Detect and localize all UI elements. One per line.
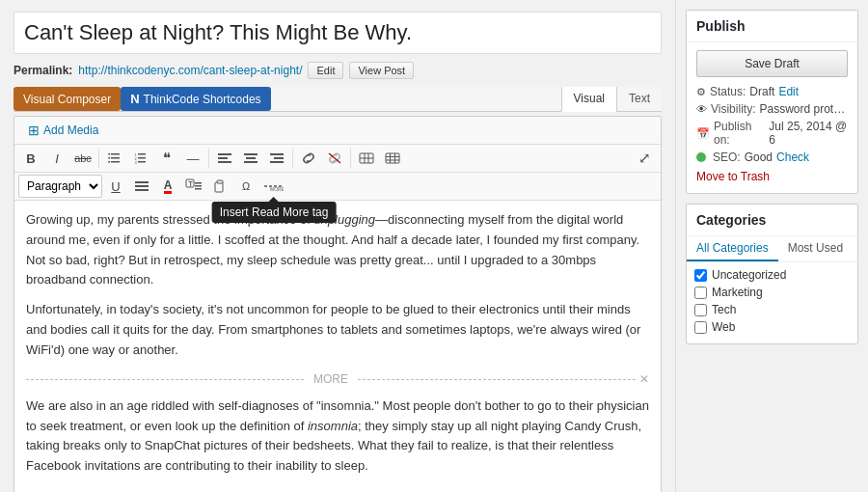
post-title-box: Can't Sleep at Night? This Might Be Why. <box>14 12 662 54</box>
paragraph-2: Unfortunately, in today's society, it's … <box>26 300 649 360</box>
category-label-uncategorized: Uncategorized <box>712 268 786 282</box>
unordered-list-button[interactable] <box>102 147 127 170</box>
svg-rect-0 <box>111 153 120 155</box>
visual-composer-button[interactable]: Visual Composer <box>14 87 121 111</box>
toolbar-separator-2 <box>208 149 209 168</box>
categories-box: Categories All Categories Most Used Unca… <box>686 204 858 344</box>
svg-rect-1 <box>111 157 120 159</box>
strikethrough-button[interactable]: abc <box>70 147 95 170</box>
visibility-row: 👁 Visibility: Password protect <box>696 102 848 116</box>
svg-rect-12 <box>218 153 231 155</box>
svg-rect-7 <box>138 157 146 159</box>
publish-on-row: 📅 Publish on: Jul 25, 2014 @ 6 <box>696 120 848 147</box>
align-right-button[interactable] <box>264 147 289 170</box>
visibility-value: Password protect <box>759 102 848 116</box>
toolbar-separator-1 <box>98 149 99 168</box>
svg-point-5 <box>108 161 110 163</box>
tab-visual[interactable]: Visual <box>561 87 616 112</box>
publish-box: Publish Save Draft ⚙ Status: Draft Edit … <box>686 10 858 194</box>
hr-button[interactable]: — <box>180 147 205 170</box>
svg-rect-15 <box>244 153 258 155</box>
align-center-icon <box>244 152 258 164</box>
thinkcode-button[interactable]: N ThinkCode Shortcodes <box>121 87 270 111</box>
seo-row: SEO: Good Check <box>696 150 848 164</box>
seo-value: Good <box>745 150 773 164</box>
table-row-button[interactable] <box>354 147 379 170</box>
tab-all-categories[interactable]: All Categories <box>687 236 778 261</box>
ordered-list-button[interactable]: 123 <box>128 147 153 170</box>
align-left-button[interactable] <box>212 147 237 170</box>
bold-button[interactable]: B <box>18 147 43 170</box>
add-media-icon: ⊞ <box>28 123 40 138</box>
visibility-icon: 👁 <box>696 103 707 115</box>
special-char-button[interactable]: Ω <box>233 175 258 198</box>
read-more-dash-right <box>358 379 636 380</box>
status-label: Status: <box>710 85 746 98</box>
publish-on-label: Publish on: <box>714 120 765 147</box>
text-color-button[interactable]: A <box>155 175 180 198</box>
read-more-dash-left <box>26 379 304 380</box>
fullscreen-button[interactable]: ⤢ <box>632 147 657 170</box>
categories-box-title: Categories <box>687 205 857 236</box>
underline-button[interactable]: U <box>103 175 128 198</box>
format-toolbar-row2: Paragraph U A T Ω M <box>14 173 661 201</box>
blockquote-button[interactable]: ❝ <box>154 147 179 170</box>
svg-rect-6 <box>138 153 146 155</box>
edit-permalink-button[interactable]: Edit <box>308 62 343 79</box>
dropcap-button[interactable]: T <box>181 175 206 198</box>
permalink-url[interactable]: http://thinkcodenyc.com/cant-sleep-at-ni… <box>78 64 302 77</box>
seo-check-link[interactable]: Check <box>776 150 809 164</box>
calendar-icon: 📅 <box>696 127 710 140</box>
status-edit-link[interactable]: Edit <box>778 85 799 98</box>
toolbar-separator-4 <box>350 149 351 168</box>
sidebar: Publish Save Draft ⚙ Status: Draft Edit … <box>675 0 868 492</box>
svg-rect-18 <box>270 153 284 155</box>
align-center-button[interactable] <box>238 147 263 170</box>
category-checkbox-tech[interactable] <box>694 304 707 316</box>
category-checkbox-web[interactable] <box>694 321 707 334</box>
paste-button[interactable] <box>207 175 232 198</box>
svg-text:3: 3 <box>135 160 138 165</box>
read-more-container: MORE Insert Read More tag <box>259 175 288 198</box>
category-checkbox-marketing[interactable] <box>694 287 707 299</box>
status-icon: ⚙ <box>696 86 706 98</box>
editor-content[interactable]: Growing up, my parents stressed the impo… <box>14 201 661 492</box>
category-label-tech: Tech <box>712 303 736 316</box>
tab-most-used[interactable]: Most Used <box>778 236 853 261</box>
add-media-button[interactable]: ⊞ Add Media <box>18 119 657 142</box>
save-draft-button[interactable]: Save Draft <box>696 50 848 77</box>
svg-rect-16 <box>246 157 256 159</box>
paragraph-select[interactable]: Paragraph <box>18 175 102 198</box>
tab-text[interactable]: Text <box>616 87 662 111</box>
svg-rect-37 <box>195 185 202 187</box>
svg-rect-36 <box>195 182 202 184</box>
table-full-button[interactable] <box>380 147 405 170</box>
svg-rect-26 <box>386 153 399 163</box>
permalink-bar: Permalink: http://thinkcodenyc.com/cant-… <box>14 62 662 79</box>
add-media-row: ⊞ Add Media <box>14 117 661 145</box>
ul-icon <box>108 151 122 165</box>
view-post-button[interactable]: View Post <box>349 62 414 79</box>
format-toolbar-row1: B I abc 123 ❝ — <box>14 145 661 173</box>
svg-rect-33 <box>135 189 149 191</box>
publish-box-title: Publish <box>687 11 857 42</box>
category-checkbox-uncategorized[interactable] <box>694 269 707 282</box>
svg-point-4 <box>108 157 110 159</box>
link-button[interactable] <box>296 147 321 170</box>
category-item-tech: Tech <box>694 303 850 316</box>
read-more-icon: MORE <box>264 179 284 193</box>
paragraph-3: We are also in an age riddled with self-… <box>26 396 649 477</box>
category-item-uncategorized: Uncategorized <box>694 268 850 282</box>
svg-rect-8 <box>138 161 146 163</box>
editor-view-tabs: Visual Text <box>561 87 662 111</box>
visibility-label: Visibility: <box>711 102 755 116</box>
category-label-marketing: Marketing <box>712 286 763 299</box>
unlink-button[interactable] <box>322 147 347 170</box>
italic-button[interactable]: I <box>44 147 69 170</box>
publish-box-content: Save Draft ⚙ Status: Draft Edit 👁 Visibi… <box>687 42 857 193</box>
justify-button[interactable] <box>129 175 154 198</box>
dropcap-icon: T <box>185 178 203 194</box>
move-to-trash-link[interactable]: Move to Trash <box>696 168 848 185</box>
post-title-input[interactable]: Can't Sleep at Night? This Might Be Why. <box>24 20 651 45</box>
justify-icon <box>135 180 149 192</box>
